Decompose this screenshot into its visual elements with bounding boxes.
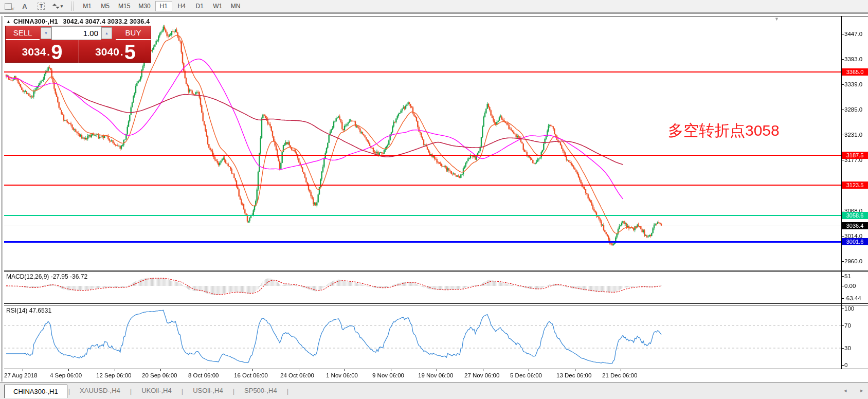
sell-price-frac: 9 — [51, 42, 62, 62]
tabs-container: CHINA300-,H1|XAUUSD-,H4|UKOil-,H4|USOil-… — [4, 384, 290, 398]
date-tick-label: 1 Nov 06:00 — [326, 372, 358, 378]
date-tick-label: 19 Nov 06:00 — [418, 372, 453, 378]
rsi-scale-tick: 100 — [844, 305, 854, 312]
symbol-label: CHINA300-,H1 — [13, 18, 58, 25]
price-badge: 3036.4 — [842, 222, 868, 229]
chart-tab-bar: CHINA300-,H1|XAUUSD-,H4|UKOil-,H4|USOil-… — [0, 382, 868, 399]
tab-separator: | — [130, 387, 132, 395]
sell-button[interactable]: SELL — [6, 26, 40, 40]
timeframe-mn[interactable]: MN — [227, 1, 244, 11]
tab-usoil-h4[interactable]: USOil-,H4 — [184, 384, 232, 397]
rsi-indicator-label: RSI(14) 47.6531 — [6, 307, 51, 314]
timeframe-group: M1M5M15M30H1H4D1W1MN — [78, 1, 245, 11]
sell-price[interactable]: 3034.9 — [6, 40, 79, 63]
rsi-scale-tick: 0 — [844, 361, 847, 369]
one-click-trading-grid-icon[interactable]: F — [2, 1, 15, 12]
tab-separator: | — [233, 387, 234, 395]
date-tick-label: 27 Aug 2018 — [4, 372, 38, 378]
chart-shift-marker[interactable]: ▼ — [774, 16, 779, 22]
chart-title: ▲CHINA300-,H13042.4 3047.4 3033.2 3036.4 — [6, 18, 150, 25]
date-tick-label: 20 Sep 06:00 — [142, 372, 177, 378]
price-tick: 3447.0 — [844, 30, 862, 38]
macd-scale-tick: -63.44 — [844, 295, 861, 302]
buy-price[interactable]: 3040.5 — [79, 40, 152, 63]
text-tool-glyph: T — [38, 3, 45, 10]
volume-input[interactable] — [51, 26, 101, 40]
buy-price-sep: . — [120, 46, 123, 58]
macd-scale-tick: 0.00 — [844, 282, 856, 289]
price-tick: 3285.0 — [844, 106, 862, 113]
dropdown-caret-icon: ▾ — [61, 4, 63, 9]
tab-ukoil-h4[interactable]: UKOil-,H4 — [133, 384, 180, 397]
price-badge: 3187.5 — [842, 152, 868, 159]
top-toolbar: F A T ▾ M1M5M15M30H1H4D1W1MN — [0, 0, 868, 14]
tabs-scroll-left-button[interactable]: ◂ — [844, 387, 847, 394]
date-tick-label: 9 Nov 06:00 — [372, 372, 404, 378]
grid-glyph-icon: F — [5, 3, 12, 10]
macd-indicator-label: MACD(12,26,9) -27.95 -36.72 — [6, 273, 87, 280]
arrange-windows-icon[interactable]: ▾ — [51, 1, 64, 12]
tab-sp500-h4[interactable]: SP500-,H4 — [236, 384, 286, 397]
text-label-tool-icon[interactable]: T — [34, 1, 48, 12]
date-tick-label: 8 Oct 06:00 — [188, 372, 219, 378]
tabs-scroll-right-button[interactable]: ▸ — [860, 387, 863, 394]
timeframe-m15[interactable]: M15 — [115, 1, 134, 11]
date-tick-label: 12 Sep 06:00 — [96, 372, 131, 378]
toolbar-grip[interactable] — [71, 2, 74, 11]
price-tick: 3393.0 — [844, 56, 862, 63]
date-tick-label: 4 Sep 06:00 — [50, 372, 82, 378]
tab-separator: | — [68, 387, 70, 395]
buy-button[interactable]: BUY — [116, 26, 151, 40]
price-tick: 2960.0 — [844, 258, 862, 265]
price-badge: 3058.6 — [842, 212, 868, 219]
rsi-scale-tick: 70 — [844, 322, 851, 329]
date-tick-label: 27 Nov 06:00 — [464, 372, 499, 378]
price-badge: 3123.5 — [842, 182, 868, 189]
timeframe-h1[interactable]: H1 — [155, 1, 172, 11]
timeframe-m1[interactable]: M1 — [79, 1, 96, 11]
cursor-mode-icon[interactable]: A — [18, 1, 31, 12]
buy-price-frac: 5 — [124, 42, 136, 62]
timeframe-m30[interactable]: M30 — [135, 1, 154, 11]
timeframe-w1[interactable]: W1 — [209, 1, 226, 11]
grid-sub-label: F — [12, 7, 15, 11]
volume-decrease-button[interactable]: ▼ — [41, 27, 51, 39]
sell-price-sep: . — [47, 46, 50, 58]
timeframe-d1[interactable]: D1 — [191, 1, 208, 11]
date-tick-label: 13 Dec 06:00 — [556, 372, 591, 378]
tab-separator: | — [182, 387, 183, 395]
price-badge: 3001.6 — [842, 238, 868, 245]
timeframe-m5[interactable]: M5 — [97, 1, 114, 11]
date-tick-label: 24 Oct 06:00 — [280, 372, 314, 378]
buy-price-main: 3040 — [95, 46, 119, 58]
tab-xauusd-h4[interactable]: XAUUSD-,H4 — [71, 384, 129, 397]
date-tick-label: 5 Dec 06:00 — [510, 372, 542, 378]
one-click-trade-panel: SELL ▼ ▲ BUY 3034.9 3040.5 — [5, 26, 151, 63]
date-tick-label: 21 Dec 06:00 — [602, 372, 637, 378]
price-tick: 3231.0 — [844, 131, 862, 138]
tab-separator: | — [287, 387, 288, 395]
macd-scale-tick: 51 — [844, 273, 851, 280]
rsi-scale-tick: 30 — [844, 344, 851, 352]
date-tick-label: 16 Oct 06:00 — [234, 372, 268, 378]
double-arrow-icon — [52, 3, 60, 10]
ohlc-values: 3042.4 3047.4 3033.2 3036.4 — [63, 18, 150, 25]
volume-increase-button[interactable]: ▲ — [101, 27, 112, 39]
price-tick: 3339.0 — [844, 81, 862, 88]
sell-price-main: 3034 — [22, 46, 46, 58]
tab-china300-h1[interactable]: CHINA300-,H1 — [4, 385, 67, 398]
one-click-toggle-icon[interactable]: ▲ — [6, 19, 11, 24]
chart-annotation-text: 多空转折点3058 — [668, 120, 780, 141]
price-badge: 3365.0 — [842, 68, 868, 76]
timeframe-h4[interactable]: H4 — [173, 1, 190, 11]
